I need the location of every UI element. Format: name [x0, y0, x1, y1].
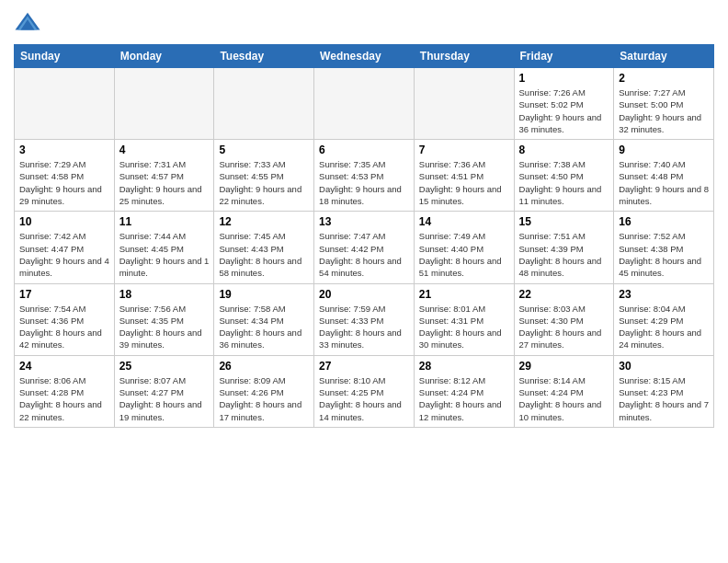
calendar-cell: 11Sunrise: 7:44 AM Sunset: 4:45 PM Dayli… — [114, 212, 214, 283]
day-number: 8 — [519, 144, 609, 156]
calendar-cell: 3Sunrise: 7:29 AM Sunset: 4:58 PM Daylig… — [15, 140, 115, 212]
calendar-cell: 21Sunrise: 8:01 AM Sunset: 4:31 PM Dayli… — [414, 283, 514, 355]
day-info: Sunrise: 8:10 AM Sunset: 4:25 PM Dayligh… — [319, 374, 409, 423]
calendar-cell: 19Sunrise: 7:58 AM Sunset: 4:34 PM Dayli… — [214, 283, 314, 355]
day-info: Sunrise: 7:35 AM Sunset: 4:53 PM Dayligh… — [319, 158, 409, 207]
day-info: Sunrise: 7:36 AM Sunset: 4:51 PM Dayligh… — [419, 158, 509, 207]
calendar-cell: 6Sunrise: 7:35 AM Sunset: 4:53 PM Daylig… — [314, 140, 415, 212]
weekday-sunday: Sunday — [15, 45, 115, 68]
day-number: 13 — [319, 215, 409, 228]
calendar-cell: 23Sunrise: 8:04 AM Sunset: 4:29 PM Dayli… — [614, 283, 714, 355]
calendar-cell: 14Sunrise: 7:49 AM Sunset: 4:40 PM Dayli… — [414, 212, 514, 283]
day-number: 2 — [619, 72, 709, 85]
calendar-cell: 2Sunrise: 7:27 AM Sunset: 5:00 PM Daylig… — [614, 68, 714, 140]
week-row-4: 17Sunrise: 7:54 AM Sunset: 4:36 PM Dayli… — [15, 283, 714, 355]
day-number: 27 — [319, 360, 409, 373]
day-number: 24 — [19, 360, 109, 373]
day-info: Sunrise: 7:42 AM Sunset: 4:47 PM Dayligh… — [19, 230, 109, 279]
calendar-cell: 22Sunrise: 8:03 AM Sunset: 4:30 PM Dayli… — [514, 283, 614, 355]
day-number: 20 — [319, 288, 409, 301]
day-info: Sunrise: 7:47 AM Sunset: 4:42 PM Dayligh… — [319, 230, 409, 279]
day-info: Sunrise: 7:31 AM Sunset: 4:57 PM Dayligh… — [119, 158, 210, 207]
weekday-thursday: Thursday — [414, 45, 514, 68]
calendar-cell: 7Sunrise: 7:36 AM Sunset: 4:51 PM Daylig… — [414, 140, 514, 212]
weekday-monday: Monday — [114, 45, 214, 68]
day-info: Sunrise: 7:51 AM Sunset: 4:39 PM Dayligh… — [519, 230, 609, 279]
day-number: 19 — [219, 288, 309, 301]
weekday-header-row: SundayMondayTuesdayWednesdayThursdayFrid… — [15, 45, 714, 68]
day-info: Sunrise: 8:01 AM Sunset: 4:31 PM Dayligh… — [419, 303, 509, 351]
calendar-cell: 4Sunrise: 7:31 AM Sunset: 4:57 PM Daylig… — [114, 140, 214, 212]
day-number: 21 — [419, 288, 509, 301]
calendar-cell: 9Sunrise: 7:40 AM Sunset: 4:48 PM Daylig… — [614, 140, 714, 212]
day-number: 6 — [319, 144, 409, 156]
calendar-cell — [15, 68, 115, 140]
day-number: 18 — [119, 288, 210, 301]
day-number: 9 — [619, 144, 709, 156]
day-number: 28 — [419, 360, 509, 373]
day-number: 26 — [219, 360, 309, 373]
week-row-3: 10Sunrise: 7:42 AM Sunset: 4:47 PM Dayli… — [15, 212, 714, 283]
day-info: Sunrise: 7:40 AM Sunset: 4:48 PM Dayligh… — [619, 158, 709, 207]
day-number: 12 — [219, 215, 309, 228]
day-info: Sunrise: 7:29 AM Sunset: 4:58 PM Dayligh… — [19, 158, 109, 207]
day-info: Sunrise: 8:04 AM Sunset: 4:29 PM Dayligh… — [619, 303, 709, 351]
day-info: Sunrise: 7:52 AM Sunset: 4:38 PM Dayligh… — [619, 230, 709, 279]
calendar-cell: 25Sunrise: 8:07 AM Sunset: 4:27 PM Dayli… — [114, 355, 214, 427]
day-info: Sunrise: 7:38 AM Sunset: 4:50 PM Dayligh… — [519, 158, 609, 207]
page-header — [14, 9, 714, 37]
day-info: Sunrise: 7:59 AM Sunset: 4:33 PM Dayligh… — [319, 303, 409, 351]
day-info: Sunrise: 7:49 AM Sunset: 4:40 PM Dayligh… — [419, 230, 509, 279]
week-row-5: 24Sunrise: 8:06 AM Sunset: 4:28 PM Dayli… — [15, 355, 714, 427]
calendar-cell: 17Sunrise: 7:54 AM Sunset: 4:36 PM Dayli… — [15, 283, 115, 355]
day-info: Sunrise: 8:09 AM Sunset: 4:26 PM Dayligh… — [219, 374, 309, 423]
weekday-saturday: Saturday — [614, 45, 714, 68]
weekday-wednesday: Wednesday — [314, 45, 415, 68]
calendar-cell: 28Sunrise: 8:12 AM Sunset: 4:24 PM Dayli… — [414, 355, 514, 427]
day-number: 25 — [119, 360, 210, 373]
day-info: Sunrise: 7:58 AM Sunset: 4:34 PM Dayligh… — [219, 303, 309, 351]
day-number: 23 — [619, 288, 709, 301]
day-number: 1 — [519, 72, 609, 85]
day-info: Sunrise: 8:14 AM Sunset: 4:24 PM Dayligh… — [519, 374, 609, 423]
day-info: Sunrise: 8:12 AM Sunset: 4:24 PM Dayligh… — [419, 374, 509, 423]
logo-icon — [14, 9, 41, 37]
day-number: 15 — [519, 215, 609, 228]
day-number: 29 — [519, 360, 609, 373]
day-info: Sunrise: 7:56 AM Sunset: 4:35 PM Dayligh… — [119, 303, 210, 351]
calendar-cell: 16Sunrise: 7:52 AM Sunset: 4:38 PM Dayli… — [614, 212, 714, 283]
calendar-cell: 30Sunrise: 8:15 AM Sunset: 4:23 PM Dayli… — [614, 355, 714, 427]
calendar-cell: 15Sunrise: 7:51 AM Sunset: 4:39 PM Dayli… — [514, 212, 614, 283]
day-info: Sunrise: 7:33 AM Sunset: 4:55 PM Dayligh… — [219, 158, 309, 207]
day-number: 5 — [219, 144, 309, 156]
day-number: 4 — [119, 144, 210, 156]
calendar-cell: 5Sunrise: 7:33 AM Sunset: 4:55 PM Daylig… — [214, 140, 314, 212]
day-number: 17 — [19, 288, 109, 301]
day-info: Sunrise: 7:44 AM Sunset: 4:45 PM Dayligh… — [119, 230, 210, 279]
calendar-cell — [314, 68, 415, 140]
day-info: Sunrise: 8:07 AM Sunset: 4:27 PM Dayligh… — [119, 374, 210, 423]
day-number: 11 — [119, 215, 210, 228]
day-info: Sunrise: 7:54 AM Sunset: 4:36 PM Dayligh… — [19, 303, 109, 351]
day-number: 30 — [619, 360, 709, 373]
calendar-table: SundayMondayTuesdayWednesdayThursdayFrid… — [14, 44, 714, 428]
calendar-cell: 8Sunrise: 7:38 AM Sunset: 4:50 PM Daylig… — [514, 140, 614, 212]
day-info: Sunrise: 7:45 AM Sunset: 4:43 PM Dayligh… — [219, 230, 309, 279]
logo — [14, 9, 45, 37]
day-number: 3 — [19, 144, 109, 156]
calendar-cell: 13Sunrise: 7:47 AM Sunset: 4:42 PM Dayli… — [314, 212, 415, 283]
day-number: 10 — [19, 215, 109, 228]
day-number: 7 — [419, 144, 509, 156]
day-info: Sunrise: 7:26 AM Sunset: 5:02 PM Dayligh… — [519, 86, 609, 135]
calendar-cell: 1Sunrise: 7:26 AM Sunset: 5:02 PM Daylig… — [514, 68, 614, 140]
calendar-cell: 27Sunrise: 8:10 AM Sunset: 4:25 PM Dayli… — [314, 355, 415, 427]
day-info: Sunrise: 7:27 AM Sunset: 5:00 PM Dayligh… — [619, 86, 709, 135]
day-number: 22 — [519, 288, 609, 301]
calendar-cell: 29Sunrise: 8:14 AM Sunset: 4:24 PM Dayli… — [514, 355, 614, 427]
calendar-cell: 26Sunrise: 8:09 AM Sunset: 4:26 PM Dayli… — [214, 355, 314, 427]
day-info: Sunrise: 8:15 AM Sunset: 4:23 PM Dayligh… — [619, 374, 709, 423]
weekday-friday: Friday — [514, 45, 614, 68]
calendar-cell — [414, 68, 514, 140]
day-number: 16 — [619, 215, 709, 228]
week-row-2: 3Sunrise: 7:29 AM Sunset: 4:58 PM Daylig… — [15, 140, 714, 212]
